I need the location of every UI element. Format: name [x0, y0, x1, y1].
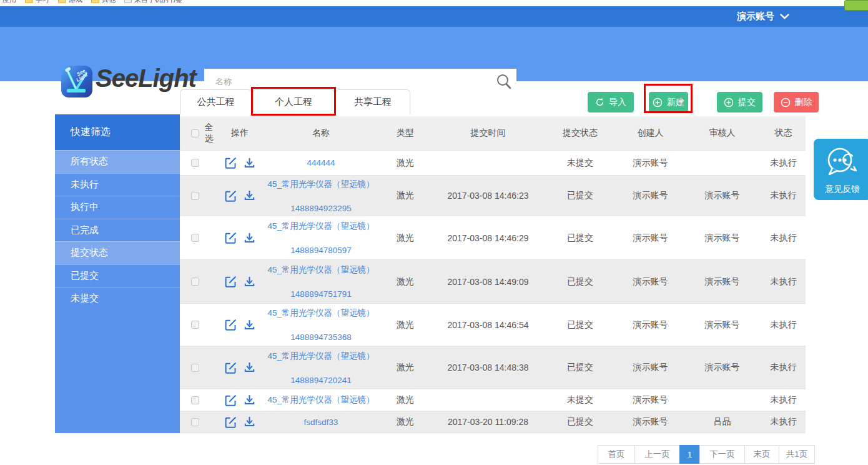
project-type: 激光 — [377, 319, 433, 331]
project-type: 激光 — [377, 276, 433, 288]
run-status: 未执行 — [761, 158, 806, 169]
edit-icon[interactable] — [224, 394, 237, 407]
project-type: 激光 — [377, 394, 433, 406]
row-checkbox[interactable] — [191, 396, 199, 404]
tab-shared-projects[interactable]: 共享工程 — [335, 89, 410, 114]
import-button[interactable]: 导入 — [588, 92, 634, 112]
pagination-current-page[interactable]: 1 — [679, 445, 700, 464]
project-type: 激光 — [377, 190, 433, 201]
brand-header: See Light SeeLight — [0, 27, 868, 81]
new-label: 新建 — [667, 97, 684, 108]
edit-icon[interactable] — [224, 275, 237, 288]
project-type: 激光 — [377, 362, 433, 373]
import-label: 导入 — [609, 97, 626, 108]
creator: 演示账号 — [618, 158, 683, 169]
pagination-first[interactable]: 首页 — [598, 445, 635, 464]
edit-icon[interactable] — [224, 361, 237, 374]
submit-time: 2017-03-08 14:48:38 — [433, 362, 543, 372]
plus-circle-icon — [653, 98, 663, 108]
run-status: 未执行 — [761, 276, 806, 288]
row-checkbox[interactable] — [191, 321, 199, 329]
table-row: fsdfsdf33激光2017-03-20 11:09:28已提交演示账号吕品未… — [180, 411, 806, 433]
sidebar-item-submit-status[interactable]: 提交状态 — [55, 241, 180, 264]
creator: 演示账号 — [618, 232, 683, 244]
table-row: 45_常用光学仪器（望远镜）激光未提交演示账号未执行 — [180, 389, 806, 411]
table-row: 45_常用光学仪器（望远镜）1488894923295激光2017-03-08 … — [180, 175, 806, 216]
edit-icon[interactable] — [224, 416, 237, 429]
creator: 演示账号 — [618, 319, 683, 331]
edit-icon[interactable] — [224, 318, 237, 331]
project-name-link[interactable]: 444444 — [307, 158, 335, 168]
submit-label: 提交 — [738, 97, 756, 108]
run-status: 未执行 — [761, 190, 806, 201]
project-type: 激光 — [377, 416, 433, 428]
bookmark-item[interactable]: 学习 — [25, 0, 49, 4]
download-icon[interactable] — [244, 416, 255, 428]
tab-icon — [124, 0, 132, 3]
pagination-next[interactable]: 下一页 — [699, 445, 745, 464]
quick-filter-sidebar: 快速筛选 所有状态 未执行 执行中 已完成 提交状态 已提交 未提交 — [55, 114, 180, 433]
search-icon[interactable] — [491, 73, 516, 90]
project-tabs: 公共工程 个人工程 共享工程 — [180, 89, 411, 114]
header-name: 名称 — [265, 128, 377, 139]
pagination-prev[interactable]: 上一页 — [634, 445, 680, 464]
download-icon[interactable] — [244, 319, 255, 331]
project-name-link[interactable]: 45_常用光学仪器（望远镜） — [267, 179, 374, 190]
project-name-link[interactable]: 45_常用光学仪器（望远镜） — [267, 264, 374, 276]
bookmark-item[interactable]: 来自手机的书签 — [124, 0, 182, 4]
download-icon[interactable] — [244, 394, 255, 406]
submit-button[interactable]: 提交 — [717, 92, 762, 112]
row-checkbox[interactable] — [191, 234, 199, 242]
bookmark-item[interactable]: 其他 — [91, 0, 116, 4]
sidebar-item-all-status[interactable]: 所有状态 — [55, 150, 180, 173]
project-name-link[interactable]: fsdfsdf33 — [304, 418, 338, 427]
project-name-link[interactable]: 45_常用光学仪器（望远镜） — [267, 308, 374, 319]
creator: 演示账号 — [618, 362, 683, 373]
folder-icon — [91, 0, 99, 3]
project-id-link[interactable]: 1488894720241 — [290, 376, 352, 385]
browser-extension-button[interactable] — [844, 0, 868, 11]
sidebar-item-submitted[interactable]: 已提交 — [55, 264, 180, 288]
pagination: 首页 上一页 1 下一页 末页 共1页 — [598, 445, 815, 464]
bookmark-label: 学习 — [36, 0, 49, 4]
row-checkbox[interactable] — [191, 364, 199, 372]
feedback-button[interactable]: 意见反馈 — [814, 139, 868, 200]
project-id-link[interactable]: 1488894780597 — [290, 246, 352, 255]
bookmark-label: 应用 — [2, 0, 16, 4]
project-name-link[interactable]: 45_常用光学仪器（望远镜） — [267, 221, 374, 232]
download-icon[interactable] — [244, 189, 255, 202]
bookmark-item[interactable]: 应用 — [2, 0, 16, 4]
download-icon[interactable] — [244, 276, 255, 288]
tab-personal-projects[interactable]: 个人工程 — [252, 89, 335, 114]
row-checkbox[interactable] — [191, 278, 199, 286]
sidebar-item-not-executed[interactable]: 未执行 — [55, 173, 180, 196]
download-icon[interactable] — [244, 232, 255, 244]
pagination-last[interactable]: 末页 — [744, 445, 779, 464]
sidebar-item-executing[interactable]: 执行中 — [55, 196, 180, 219]
run-status: 未执行 — [761, 394, 806, 406]
project-id-link[interactable]: 1488894923295 — [290, 204, 352, 213]
row-checkbox[interactable] — [191, 418, 199, 426]
sidebar-item-completed[interactable]: 已完成 — [55, 219, 180, 242]
bookmark-label: 其他 — [102, 0, 116, 4]
new-button[interactable]: 新建 — [649, 92, 688, 112]
download-icon[interactable] — [244, 157, 255, 169]
download-icon[interactable] — [244, 361, 255, 374]
tab-public-projects[interactable]: 公共工程 — [180, 89, 252, 114]
project-id-link[interactable]: 1488894735368 — [290, 332, 352, 342]
edit-icon[interactable] — [224, 231, 237, 244]
row-checkbox[interactable] — [191, 159, 199, 167]
row-checkbox[interactable] — [191, 192, 199, 200]
creator: 演示账号 — [618, 190, 683, 201]
account-dropdown[interactable]: 演示账号 — [737, 6, 789, 27]
edit-icon[interactable] — [224, 189, 237, 202]
project-name-link[interactable]: 45_常用光学仪器（望远镜） — [267, 351, 374, 362]
project-name-link[interactable]: 45_常用光学仪器（望远镜） — [267, 394, 374, 406]
delete-button[interactable]: 删除 — [774, 92, 819, 112]
bookmark-item[interactable]: 游戏 — [58, 0, 82, 4]
table-row: 45_常用光学仪器（望远镜）1488894780597激光2017-03-08 … — [180, 216, 806, 259]
project-id-link[interactable]: 1488894751791 — [290, 289, 352, 299]
sidebar-item-not-submitted[interactable]: 未提交 — [55, 287, 180, 310]
select-all-checkbox[interactable] — [191, 129, 199, 138]
edit-icon[interactable] — [224, 156, 237, 169]
